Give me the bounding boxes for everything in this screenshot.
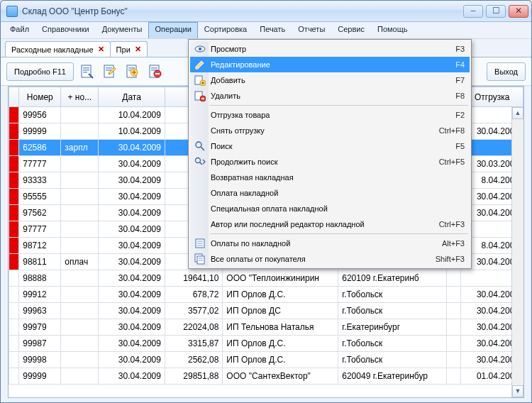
ops-menu-item[interactable]: ПоискF5	[190, 138, 470, 154]
table-row[interactable]: 9888830.04.200919641,10ООО "Теплоинжинир…	[9, 270, 523, 287]
cell: ООО "Теплоинжинирин	[223, 270, 338, 287]
menu-label: Отгрузка товара	[211, 111, 448, 119]
cell: 99912	[19, 287, 61, 303]
cell: 30.04.2009	[99, 238, 165, 254]
menu-label: Удалить	[211, 92, 448, 100]
ops-menu-item[interactable]: Снять отгрузкуCtrl+F8	[190, 123, 470, 138]
col-0[interactable]	[9, 87, 19, 107]
cell: г.Тобольск	[338, 287, 447, 303]
menu-label: Автор или последний редактор накладной	[211, 220, 432, 228]
cell: 10.04.2009	[99, 107, 165, 123]
ops-menu-item[interactable]: Автор или последний редактор накладнойCt…	[190, 216, 470, 232]
table-row[interactable]: 9997930.04.200922024,08ИП Тельнова Натал…	[9, 319, 523, 336]
menu-помощь[interactable]: Помощь	[371, 22, 414, 38]
cell	[447, 352, 461, 368]
menu-печать[interactable]: Печать	[253, 22, 292, 38]
scroll-up-button[interactable]	[512, 107, 523, 119]
menu-операции[interactable]: Операции	[148, 22, 197, 38]
table-row[interactable]: 9996330.04.20093577,02ИП Орлов ДСг.Тобол…	[9, 303, 523, 319]
menu-shortcut: F7	[455, 76, 465, 84]
close-button[interactable]: ✕	[509, 5, 528, 18]
menu-label: Продолжить поиск	[211, 158, 432, 166]
cell: 99999	[19, 368, 61, 385]
ops-menu-item[interactable]: Специальная оплата накладной	[190, 201, 470, 216]
table-row[interactable]: 9998730.04.20093315,87ИП Орлов Д.С.г.Тоб…	[9, 336, 523, 352]
menu-label: Возвратная накладная	[211, 173, 458, 182]
ops-menu-item[interactable]: Оплаты по накладнойAlt+F3	[190, 236, 470, 251]
cell: 678,72	[165, 287, 222, 303]
menu-shortcut: F8	[455, 92, 465, 100]
col-2[interactable]: + но...	[61, 87, 99, 107]
table-row[interactable]: 9999930.04.200929851,88ООО "СантехВектор…	[9, 368, 523, 385]
ops-menu-item[interactable]: ДобавитьF7	[190, 72, 470, 88]
menu-label: Все оплаты от покупателя	[211, 255, 428, 263]
tab-close-icon[interactable]: ✕	[98, 45, 104, 54]
doc-edit-icon[interactable]	[101, 62, 119, 81]
tab-1[interactable]: При✕	[110, 41, 148, 57]
minimize-button[interactable]: –	[463, 5, 483, 18]
table-row[interactable]: 9991230.04.2009678,72ИП Орлов Д.С.г.Тобо…	[9, 287, 523, 303]
menu-файл[interactable]: Файл	[4, 22, 35, 38]
menu-справочники[interactable]: Справочники	[35, 22, 96, 38]
svg-rect-8	[128, 67, 135, 69]
cell: 30.04.2009	[99, 156, 165, 172]
table-row[interactable]: 9999830.04.20092562,08ИП Орлов Д.С.г.Тоб…	[9, 352, 523, 368]
svg-rect-1	[83, 67, 89, 69]
ops-menu-item[interactable]: Отгрузка товараF2	[190, 107, 470, 123]
vertical-scrollbar[interactable]	[511, 107, 523, 397]
ops-menu-item[interactable]: Все оплаты от покупателяShift+F3	[190, 251, 470, 267]
menu-сортировка[interactable]: Сортировка	[198, 22, 253, 38]
col-1[interactable]: Номер	[19, 87, 61, 107]
cell: 30.04.2009	[99, 336, 165, 352]
ops-menu-item[interactable]: ПросмотрF3	[190, 41, 470, 57]
cell	[447, 303, 461, 319]
menu-label: Оплаты по накладной	[211, 239, 435, 248]
cell: 30.04.2009	[99, 368, 165, 385]
menu-label: Специальная оплата накладной	[211, 204, 458, 213]
tab-label: Расходные накладные	[11, 45, 94, 54]
ops-menu-item[interactable]: Возвратная накладная	[190, 170, 470, 185]
cell: г.Тобольск	[338, 352, 447, 368]
menu-separator	[210, 105, 468, 106]
cell	[61, 221, 99, 238]
cell	[61, 336, 99, 352]
titlebar: Склад ООО "Центр Бонус" – ☐ ✕	[1, 1, 531, 22]
maximize-button[interactable]: ☐	[486, 5, 506, 18]
cell: 30.04.2009	[99, 172, 165, 189]
cell: 30.04.2009	[99, 205, 165, 221]
ops-menu-item[interactable]: Продолжить поискCtrl+F5	[190, 154, 470, 170]
cell: г.Тобольск	[338, 303, 447, 319]
doc-delete-icon[interactable]	[146, 62, 165, 81]
menu-shortcut: F5	[455, 142, 465, 150]
cell	[9, 303, 19, 319]
searchnx-icon	[192, 155, 208, 168]
cell: 99998	[19, 352, 61, 368]
ops-menu-item[interactable]: Оплата накладной	[190, 185, 470, 201]
menu-shortcut: F4	[455, 60, 465, 69]
cell	[61, 368, 99, 385]
cell	[447, 270, 461, 287]
cell: 620109 г.Екатеринб	[338, 270, 447, 287]
menu-документы[interactable]: Документы	[96, 22, 149, 38]
detail-button[interactable]: Подробно F11	[6, 62, 74, 81]
svg-point-21	[196, 142, 201, 148]
menu-отчеты[interactable]: Отчеты	[292, 22, 331, 38]
tab-0[interactable]: Расходные накладные✕	[5, 41, 111, 57]
ops-menu-item[interactable]: РедактированиеF4	[190, 57, 470, 72]
cell: ИП Орлов ДС	[223, 303, 338, 319]
menu-label: Добавить	[211, 76, 448, 84]
svg-point-16	[199, 48, 201, 50]
col-3[interactable]: Дата	[99, 87, 165, 107]
ops-menu-item[interactable]: УдалитьF8	[190, 88, 470, 104]
exit-button[interactable]: Выход	[487, 62, 526, 81]
scroll-down-button[interactable]	[512, 385, 523, 397]
tab-close-icon[interactable]: ✕	[135, 45, 141, 54]
menu-сервис[interactable]: Сервис	[331, 22, 371, 38]
tab-label: При	[116, 45, 131, 54]
doc-add-icon[interactable]	[123, 62, 142, 81]
cell: 77777	[19, 156, 61, 172]
doc-icon-1[interactable]	[78, 62, 96, 81]
cell: 30.04.2009	[99, 303, 165, 319]
cell	[9, 254, 19, 270]
cell: 30.04.2009	[99, 352, 165, 368]
